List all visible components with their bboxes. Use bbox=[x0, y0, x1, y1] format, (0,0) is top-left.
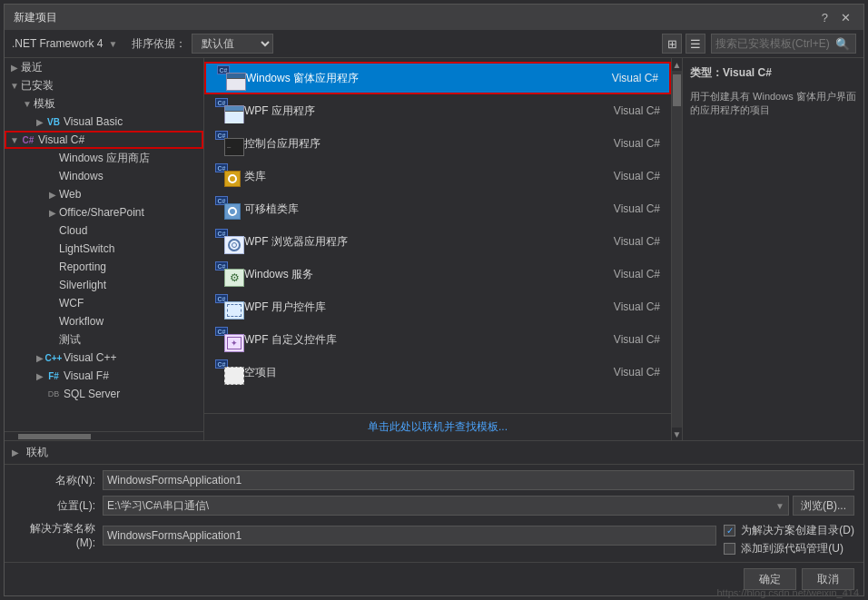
template-wpfcustom[interactable]: C# ✦ WPF 自定义控件库 Visual C# bbox=[204, 323, 671, 356]
template-lang-classlib: Visual C# bbox=[587, 170, 660, 182]
solution-input[interactable] bbox=[103, 526, 716, 546]
cs-arrow: ▼ bbox=[8, 135, 21, 145]
wpfuserctl-shape bbox=[224, 301, 244, 320]
template-lang-winforms: Visual C# bbox=[586, 72, 658, 84]
scroll-down-arrow[interactable]: ▼ bbox=[672, 428, 682, 440]
sidebar-item-visual-cs[interactable]: ▼ C# Visual C# bbox=[5, 131, 203, 149]
window-body bbox=[227, 79, 245, 90]
solution-label: 解决方案名称(M): bbox=[14, 521, 95, 549]
winforms-icon-wrapper: C# bbox=[217, 64, 246, 93]
form-section: 名称(N): document.querySelector('[data-nam… bbox=[5, 465, 863, 562]
template-name-winsvc: Windows 服务 bbox=[244, 267, 587, 282]
search-button[interactable]: 🔍 bbox=[833, 37, 852, 51]
template-name-winforms: Windows 窗体应用程序 bbox=[246, 71, 586, 86]
empty-shape bbox=[224, 367, 244, 385]
template-lang-wpfuserctl: Visual C# bbox=[587, 300, 660, 313]
wpf-icon-wrapper: C# bbox=[215, 96, 244, 125]
close-button[interactable]: ✕ bbox=[837, 11, 854, 25]
cpp-icon: C++ bbox=[46, 350, 61, 365]
sidebar-item-windows-app-store[interactable]: Windows 应用商店 bbox=[5, 149, 203, 167]
template-wpfuserctl[interactable]: C# WPF 用户控件库 Visual C# bbox=[204, 290, 671, 323]
sidebar-item-visual-cpp[interactable]: ▶ C++ Visual C++ bbox=[5, 349, 203, 367]
name-row: 名称(N): document.querySelector('[data-nam… bbox=[14, 470, 854, 490]
wpfcustom-icon-wrapper: C# ✦ bbox=[215, 325, 244, 354]
location-dropdown[interactable]: E:\学习\C#\串口通信\ ▼ bbox=[103, 496, 789, 516]
template-lang-wpf: Visual C# bbox=[587, 104, 660, 117]
template-name-portable: 可移植类库 bbox=[244, 202, 587, 217]
checkbox-source-control-row: 添加到源代码管理(U) bbox=[724, 541, 854, 556]
sidebar-item-sql[interactable]: DB SQL Server bbox=[5, 385, 203, 403]
list-view-button[interactable]: ☰ bbox=[686, 34, 705, 54]
sidebar-item-workflow[interactable]: Workflow bbox=[5, 312, 203, 330]
template-console[interactable]: C# _ 控制台应用程序 Visual C# bbox=[204, 127, 671, 160]
sidebar-item-test[interactable]: 测试 bbox=[5, 330, 203, 349]
sidebar-item-installed[interactable]: ▼ 已安装 bbox=[5, 76, 203, 94]
template-empty[interactable]: C# 空项目 Visual C# bbox=[204, 356, 671, 389]
sidebar-item-wcf[interactable]: WCF bbox=[5, 294, 203, 312]
wpfuserctl-icon-wrapper: C# bbox=[215, 292, 244, 321]
sidebar-item-cloud[interactable]: Cloud bbox=[5, 221, 203, 240]
console-icon-wrapper: C# _ bbox=[215, 129, 244, 158]
checkbox-group: 为解决方案创建目录(D) 添加到源代码管理(U) bbox=[724, 521, 854, 556]
sidebar-item-lightswitch[interactable]: LightSwitch bbox=[5, 240, 203, 258]
online-expand-arrow[interactable]: ▶ bbox=[12, 448, 19, 457]
browse-button[interactable]: 浏览(B)... bbox=[793, 496, 854, 516]
winsvc-icon-wrapper: C# ⚙ bbox=[215, 260, 244, 289]
right-panel-type-label: 类型：Visual C# bbox=[690, 65, 856, 81]
grid-view-button[interactable]: ⊞ bbox=[662, 34, 682, 54]
sidebar: ▶ 最近 ▼ 已安装 ▼ 模板 ▶ VB Visual Basic bbox=[5, 58, 204, 440]
name-input[interactable] bbox=[103, 470, 854, 490]
portable-icon-wrapper: C# bbox=[215, 194, 244, 223]
template-name-wpfcustom: WPF 自定义控件库 bbox=[244, 332, 587, 348]
template-winsvc[interactable]: C# ⚙ Windows 服务 Visual C# bbox=[204, 258, 671, 290]
template-lang-wpfbrowser: Visual C# bbox=[587, 235, 660, 248]
checkbox-create-dir-row: 为解决方案创建目录(D) bbox=[724, 523, 854, 538]
new-project-dialog: 新建项目 ? ✕ .NET Framework 4 ▼ 排序依据： 默认值 ⊞ … bbox=[4, 4, 864, 596]
online-link[interactable]: 单击此处以联机并查找模板... bbox=[368, 420, 508, 433]
vb-icon: VB bbox=[46, 114, 61, 129]
search-box: 🔍 bbox=[711, 34, 856, 54]
wpfcustom-shape: ✦ bbox=[224, 334, 244, 352]
template-vscrollbar[interactable]: ▲ ▼ bbox=[671, 58, 682, 440]
sidebar-item-recent[interactable]: ▶ 最近 bbox=[5, 58, 203, 76]
search-input[interactable] bbox=[715, 37, 833, 50]
classlib-shape bbox=[224, 171, 244, 189]
template-portable[interactable]: C# 可移植类库 Visual C# bbox=[204, 192, 671, 225]
template-wpfbrowser[interactable]: C# WPF 浏览器应用程序 Visual C# bbox=[204, 225, 671, 258]
watermark: https://blog.csdn.net/weixin_414 bbox=[716, 587, 859, 598]
sidebar-item-visual-basic[interactable]: ▶ VB Visual Basic bbox=[5, 113, 203, 131]
template-wpf[interactable]: C# WPF 应用程序 Visual C# bbox=[204, 94, 671, 127]
sidebar-item-visual-fs[interactable]: ▶ F# Visual F# bbox=[5, 367, 203, 385]
sidebar-item-office[interactable]: ▶ Office/SharePoint bbox=[5, 203, 203, 221]
location-row: 位置(L): E:\学习\C#\串口通信\ ▼ 浏览(B)... bbox=[14, 496, 854, 516]
help-button[interactable]: ? bbox=[818, 11, 832, 25]
sidebar-item-templates[interactable]: ▼ 模板 bbox=[5, 94, 203, 113]
create-dir-checkbox[interactable] bbox=[724, 525, 735, 536]
sidebar-item-windows[interactable]: Windows bbox=[5, 167, 203, 185]
template-name-console: 控制台应用程序 bbox=[244, 136, 587, 152]
toolbar: .NET Framework 4 ▼ 排序依据： 默认值 ⊞ ☰ 🔍 bbox=[5, 30, 863, 58]
template-lang-wpfcustom: Visual C# bbox=[587, 333, 660, 346]
sort-select[interactable]: 默认值 bbox=[192, 34, 273, 54]
title-controls: ? ✕ bbox=[818, 11, 854, 25]
template-name-wpfbrowser: WPF 浏览器应用程序 bbox=[244, 234, 587, 250]
scroll-track bbox=[672, 71, 682, 428]
sidebar-item-web[interactable]: ▶ Web bbox=[5, 185, 203, 203]
sidebar-item-reporting[interactable]: Reporting bbox=[5, 258, 203, 276]
solution-row: 解决方案名称(M): bbox=[14, 521, 716, 549]
template-lang-winsvc: Visual C# bbox=[587, 268, 660, 280]
template-list: C# Windows 窗体应用程序 Visual C# bbox=[204, 58, 671, 413]
cs-icon: C# bbox=[21, 133, 35, 147]
right-panel-description: 用于创建具有 Windows 窗体用户界面的应用程序的项目 bbox=[690, 90, 856, 118]
location-label: 位置(L): bbox=[14, 498, 95, 514]
template-classlib[interactable]: C# 类库 Visual C# bbox=[204, 160, 671, 192]
winsvc-shape: ⚙ bbox=[224, 269, 244, 287]
scroll-thumb bbox=[673, 74, 681, 106]
right-panel: 类型：Visual C# 用于创建具有 Windows 窗体用户界面的应用程序的… bbox=[682, 58, 863, 440]
template-winforms[interactable]: C# Windows 窗体应用程序 Visual C# bbox=[204, 62, 671, 94]
sidebar-hscrollbar[interactable] bbox=[5, 431, 203, 440]
source-control-checkbox[interactable] bbox=[724, 543, 735, 555]
sidebar-item-silverlight[interactable]: Silverlight bbox=[5, 276, 203, 294]
vb-arrow: ▶ bbox=[34, 117, 46, 127]
scroll-up-arrow[interactable]: ▲ bbox=[672, 58, 682, 71]
